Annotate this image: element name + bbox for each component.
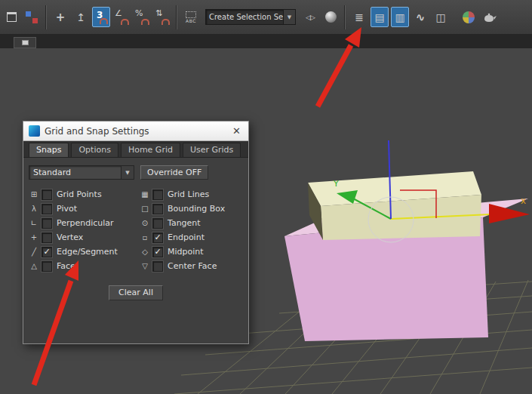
grid-lines-checkbox[interactable]: ✓ bbox=[152, 189, 163, 200]
magnet-icon bbox=[100, 18, 108, 24]
docked-panel-tab[interactable] bbox=[14, 37, 36, 48]
tangent-checkbox[interactable]: ✓ bbox=[152, 218, 163, 229]
snaps-toggle-3d-button[interactable]: 3 bbox=[92, 7, 110, 27]
vertex-icon: + bbox=[29, 233, 39, 242]
snap-option-midpoint: ◇ ✓ Midpoint bbox=[140, 245, 243, 259]
spinner-snap-toggle-button[interactable]: ⇅ bbox=[153, 7, 171, 27]
snap-option-grid-points: ⊞ ✓ Grid Points bbox=[29, 187, 140, 202]
material-sphere-icon bbox=[463, 11, 475, 23]
selection-set-value: Create Selection Se bbox=[206, 13, 283, 21]
tangent-icon: ⊙ bbox=[140, 219, 150, 227]
vertex-checkbox[interactable]: ✓ bbox=[42, 232, 52, 243]
select-and-move-button[interactable]: + bbox=[51, 7, 69, 27]
ribbon-icon: ▥ bbox=[395, 11, 404, 23]
snap-option-center-face: ▽ ✓ Center Face bbox=[140, 259, 243, 273]
magnet-icon bbox=[161, 19, 170, 25]
material-editor-button[interactable] bbox=[460, 7, 478, 27]
grid-and-snap-settings-dialog: Grid and Snap Settings ✕ Snaps Options H… bbox=[23, 121, 249, 344]
align-button[interactable] bbox=[321, 7, 340, 27]
main-toolbar: + ↥ 3 ∠ % ⇅ ABC Create Selection Se ▼ ◁▷… bbox=[0, 0, 532, 35]
angle-snap-toggle-button[interactable]: ∠ bbox=[112, 7, 131, 27]
endpoint-icon: ▫ bbox=[140, 233, 150, 242]
bounding-box-checkbox[interactable]: ✓ bbox=[152, 204, 163, 214]
snap-option-bounding-box: □ ✓ Bounding Box bbox=[140, 202, 243, 216]
grid-points-checkbox[interactable]: ✓ bbox=[42, 189, 52, 200]
scene-explorer-icon: ▤ bbox=[374, 11, 384, 23]
ribbon-toggle-button[interactable]: ▥ bbox=[391, 7, 409, 27]
check-icon: ✓ bbox=[154, 248, 161, 256]
perpendicular-icon: ∟ bbox=[29, 219, 39, 227]
window-icon-button[interactable] bbox=[2, 7, 20, 27]
window-icon bbox=[7, 12, 17, 22]
center-face-checkbox[interactable]: ✓ bbox=[152, 261, 163, 272]
scene-explorer-toggle-button[interactable]: ▤ bbox=[371, 7, 389, 27]
check-icon: ✓ bbox=[154, 233, 161, 242]
midpoint-checkbox[interactable]: ✓ bbox=[152, 247, 163, 257]
toolbar-strip bbox=[0, 35, 532, 48]
layers-icon: ≣ bbox=[355, 11, 364, 23]
dialog-title: Grid and Snap Settings bbox=[45, 126, 226, 137]
toolbar-separator bbox=[45, 5, 47, 29]
perpendicular-checkbox[interactable]: ✓ bbox=[42, 218, 52, 229]
snap-option-endpoint: ▫ ✓ Endpoint bbox=[140, 230, 243, 245]
named-selection-set-dropdown[interactable]: Create Selection Se ▼ bbox=[205, 9, 296, 25]
magnet-icon bbox=[121, 19, 129, 25]
curve-icon: ∿ bbox=[416, 11, 426, 24]
layer-manager-button[interactable]: ≣ bbox=[350, 7, 368, 27]
place-icon: ↥ bbox=[76, 11, 85, 23]
magnet-icon bbox=[141, 19, 149, 25]
tab-home-grid[interactable]: Home Grid bbox=[121, 143, 180, 157]
render-setup-button[interactable] bbox=[480, 7, 498, 27]
toolbar-separator bbox=[176, 5, 177, 29]
face-checkbox[interactable]: ✓ bbox=[42, 261, 52, 272]
clear-all-button[interactable]: Clear All bbox=[109, 285, 163, 300]
snap-option-grid-lines: ▦ ✓ Grid Lines bbox=[140, 187, 243, 202]
align-sphere-icon bbox=[325, 11, 337, 23]
endpoint-checkbox[interactable]: ✓ bbox=[152, 232, 163, 243]
dialog-tab-bar: Snaps Options Home Grid User Grids bbox=[23, 141, 248, 158]
mirror-icon: ◁▷ bbox=[306, 14, 315, 21]
snap-option-edge-segment: ╱ ✓ Edge/Segment bbox=[29, 245, 140, 259]
snap-type-value: Standard bbox=[29, 168, 121, 177]
select-and-place-button[interactable]: ↥ bbox=[72, 7, 90, 27]
face-icon: △ bbox=[29, 262, 39, 270]
link-icon bbox=[26, 11, 38, 23]
edit-named-selection-sets-button[interactable]: ABC bbox=[182, 7, 200, 27]
tab-options[interactable]: Options bbox=[71, 143, 118, 157]
toolbar-separator bbox=[344, 5, 346, 29]
edge-segment-checkbox[interactable]: ✓ bbox=[42, 247, 52, 257]
midpoint-icon: ◇ bbox=[140, 248, 150, 256]
curve-editor-button[interactable]: ∿ bbox=[411, 7, 429, 27]
pivot-checkbox[interactable]: ✓ bbox=[42, 204, 52, 214]
snap-option-perpendicular: ∟ ✓ Perpendicular bbox=[29, 216, 140, 230]
grid-lines-icon: ▦ bbox=[140, 190, 150, 199]
mirror-button[interactable]: ◁▷ bbox=[301, 7, 319, 27]
dialog-titlebar[interactable]: Grid and Snap Settings ✕ bbox=[23, 122, 248, 141]
selection-set-rect-icon bbox=[186, 11, 196, 18]
grid-points-icon: ⊞ bbox=[29, 190, 39, 199]
y-axis-label: Y bbox=[333, 179, 339, 189]
snap-type-dropdown[interactable]: Standard ▼ bbox=[29, 165, 134, 180]
tab-snaps[interactable]: Snaps bbox=[29, 143, 69, 157]
panel-icon bbox=[22, 40, 29, 45]
tab-user-grids[interactable]: User Grids bbox=[183, 143, 241, 157]
snap-option-vertex: + ✓ Vertex bbox=[29, 230, 140, 245]
select-and-link-button[interactable] bbox=[23, 7, 41, 27]
close-icon[interactable]: ✕ bbox=[230, 125, 243, 137]
3ds-max-logo-icon bbox=[29, 125, 40, 137]
override-off-button[interactable]: Override OFF bbox=[140, 165, 208, 180]
pivot-icon: λ bbox=[29, 205, 39, 213]
chevron-down-icon: ▼ bbox=[283, 10, 295, 24]
snap-option-tangent: ⊙ ✓ Tangent bbox=[140, 216, 243, 230]
snap-option-face: △ ✓ Face bbox=[29, 259, 140, 273]
check-icon: ✓ bbox=[43, 248, 50, 256]
dialog-body: Standard ▼ Override OFF ⊞ ✓ Grid Points … bbox=[23, 158, 248, 300]
schematic-icon: ◫ bbox=[435, 11, 445, 23]
move-icon: + bbox=[56, 11, 66, 24]
snap-options-grid: ⊞ ✓ Grid Points λ ✓ Pivot ∟ ✓ Perpendicu… bbox=[29, 187, 243, 273]
edge-segment-icon: ╱ bbox=[29, 248, 39, 256]
percent-snap-toggle-button[interactable]: % bbox=[133, 7, 151, 27]
bounding-box-icon: □ bbox=[140, 205, 150, 213]
schematic-view-button[interactable]: ◫ bbox=[432, 7, 450, 27]
teapot-icon bbox=[481, 11, 497, 23]
